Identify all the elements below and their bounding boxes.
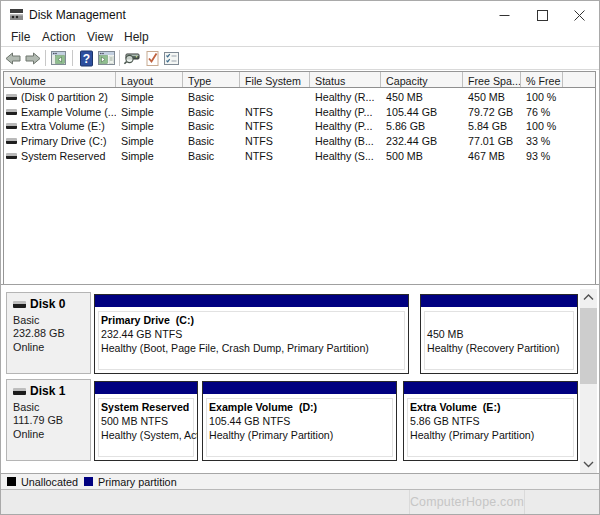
volume-type: Basic bbox=[183, 90, 240, 105]
partition-extra-volume-e[interactable]: Extra Volume (E:) 5.86 GB NTFS Healthy (… bbox=[403, 381, 578, 461]
volume-status: Healthy (P... bbox=[310, 119, 381, 134]
volume-free: 450 MB bbox=[463, 90, 521, 105]
volume-filesystem: NTFS bbox=[240, 105, 310, 120]
partition-system-reserved[interactable]: System Reserved 500 MB NTFS Healthy (Sys… bbox=[94, 381, 198, 461]
column-header-status[interactable]: Status bbox=[310, 72, 381, 87]
volume-name: System Reserved bbox=[21, 150, 105, 162]
volume-row[interactable]: Extra Volume (E:) Simple Basic NTFS Heal… bbox=[4, 119, 595, 134]
scrollbar-thumb[interactable] bbox=[580, 308, 597, 384]
title-bar: Disk Management bbox=[1, 1, 599, 29]
app-icon bbox=[10, 8, 24, 21]
menu-view[interactable]: View bbox=[87, 30, 113, 44]
volume-free: 77.01 GB bbox=[463, 134, 521, 149]
volume-layout: Simple bbox=[116, 119, 183, 134]
volume-pctfree: 93 % bbox=[521, 148, 563, 163]
check-document-icon[interactable] bbox=[146, 50, 163, 67]
volume-row[interactable]: Primary Drive (C:) Simple Basic NTFS Hea… bbox=[4, 134, 595, 149]
volume-pctfree: 100 % bbox=[521, 90, 563, 105]
volume-layout: Simple bbox=[116, 148, 183, 163]
disk-size: 111.79 GB bbox=[13, 414, 90, 427]
partition-name: Example Volume (D:) bbox=[209, 400, 396, 414]
disk-icon bbox=[13, 388, 26, 395]
partition-size: 500 MB NTFS bbox=[101, 414, 197, 428]
partition-color-band bbox=[203, 382, 396, 394]
partition-name: Primary Drive (C:) bbox=[101, 313, 408, 327]
disk-management-window: Disk Management File Action View Help bbox=[0, 0, 600, 515]
scroll-down-icon[interactable] bbox=[580, 456, 597, 473]
watermark-box: ComputerHope.com bbox=[409, 490, 525, 514]
volume-table-header: Volume Layout Type File System Status Ca… bbox=[4, 72, 595, 88]
volume-pctfree: 76 % bbox=[521, 105, 563, 120]
menu-bar: File Action View Help bbox=[1, 29, 599, 47]
partition-color-band bbox=[404, 382, 577, 394]
volume-type: Basic bbox=[183, 119, 240, 134]
partition-status: Healthy (Boot, Page File, Crash Dump, Pr… bbox=[101, 341, 408, 355]
help-icon[interactable]: ? bbox=[80, 50, 97, 67]
rescan-disks-icon[interactable] bbox=[123, 50, 140, 67]
column-header-type[interactable]: Type bbox=[183, 72, 240, 87]
volume-free: 5.84 GB bbox=[463, 119, 521, 134]
partition-status: Healthy (Primary Partition) bbox=[410, 428, 577, 442]
volume-row[interactable]: (Disk 0 partition 2) Simple Basic Health… bbox=[4, 90, 595, 105]
volume-row[interactable]: System Reserved Simple Basic NTFS Health… bbox=[4, 148, 595, 163]
disk-label: Disk 0 bbox=[30, 297, 65, 311]
volume-name: Primary Drive (C:) bbox=[21, 135, 107, 147]
disk0-header[interactable]: Disk 0 Basic 232.88 GB Online bbox=[6, 292, 91, 374]
partition-primary-drive-c[interactable]: Primary Drive (C:) 232.44 GB NTFS Health… bbox=[94, 294, 409, 374]
volume-name: Example Volume (... bbox=[21, 106, 116, 118]
partition-color-band bbox=[421, 295, 577, 307]
volume-row[interactable]: Example Volume (... Simple Basic NTFS He… bbox=[4, 105, 595, 120]
toolbar: ? bbox=[1, 48, 599, 70]
disk1-header[interactable]: Disk 1 Basic 111.79 GB Online bbox=[6, 379, 91, 461]
menu-action[interactable]: Action bbox=[42, 30, 75, 44]
partition-size: 105.44 GB NTFS bbox=[209, 414, 396, 428]
primary-partition-swatch bbox=[84, 477, 93, 486]
menu-file[interactable]: File bbox=[11, 30, 30, 44]
volume-icon bbox=[6, 138, 17, 144]
volume-layout: Simple bbox=[116, 134, 183, 149]
volume-status: Healthy (S... bbox=[310, 148, 381, 163]
close-button[interactable] bbox=[562, 1, 596, 29]
primary-partition-label: Primary partition bbox=[98, 476, 177, 488]
column-header-capacity[interactable]: Capacity bbox=[381, 72, 463, 87]
partition-size: 232.44 GB NTFS bbox=[101, 327, 408, 341]
volume-icon bbox=[6, 94, 17, 100]
volume-status: Healthy (B... bbox=[310, 134, 381, 149]
disk-status: Online bbox=[13, 341, 90, 354]
window-title: Disk Management bbox=[29, 8, 126, 22]
volume-name: Extra Volume (E:) bbox=[21, 120, 105, 132]
column-header-pctfree[interactable]: % Free bbox=[521, 72, 563, 87]
properties-list-icon[interactable] bbox=[164, 50, 181, 67]
console-tree-icon[interactable] bbox=[51, 50, 68, 67]
column-header-freespace[interactable]: Free Spa... bbox=[463, 72, 521, 87]
disk-type: Basic bbox=[13, 314, 90, 327]
partition-status: Healthy (Recovery Partition) bbox=[427, 341, 577, 355]
minimize-icon bbox=[499, 10, 510, 21]
pane-splitter[interactable] bbox=[1, 284, 599, 285]
scroll-up-icon[interactable] bbox=[580, 289, 597, 306]
volume-name: (Disk 0 partition 2) bbox=[21, 91, 108, 103]
partition-example-volume-d[interactable]: Example Volume (D:) 105.44 GB NTFS Healt… bbox=[202, 381, 397, 461]
volume-icon bbox=[6, 123, 17, 129]
volume-type: Basic bbox=[183, 134, 240, 149]
back-icon[interactable] bbox=[5, 50, 22, 67]
disk-type: Basic bbox=[13, 401, 90, 414]
maximize-button[interactable] bbox=[525, 1, 559, 29]
partition-size: 5.86 GB NTFS bbox=[410, 414, 577, 428]
unallocated-label: Unallocated bbox=[21, 476, 78, 488]
volume-icon bbox=[6, 109, 17, 115]
minimize-button[interactable] bbox=[487, 1, 521, 29]
menu-help[interactable]: Help bbox=[124, 30, 149, 44]
partition-size: 450 MB bbox=[427, 327, 577, 341]
partition-recovery[interactable]: 450 MB Healthy (Recovery Partition) bbox=[420, 294, 578, 374]
column-header-volume[interactable]: Volume bbox=[4, 72, 116, 87]
volume-capacity: 5.86 GB bbox=[381, 119, 463, 134]
volume-capacity: 232.44 GB bbox=[381, 134, 463, 149]
column-header-layout[interactable]: Layout bbox=[116, 72, 183, 87]
show-window-icon[interactable] bbox=[98, 50, 115, 67]
forward-icon[interactable] bbox=[25, 50, 42, 67]
partition-color-band bbox=[95, 295, 408, 307]
vertical-scrollbar[interactable] bbox=[580, 289, 597, 473]
column-header-filesystem[interactable]: File System bbox=[240, 72, 310, 87]
column-header-filler bbox=[563, 72, 595, 87]
